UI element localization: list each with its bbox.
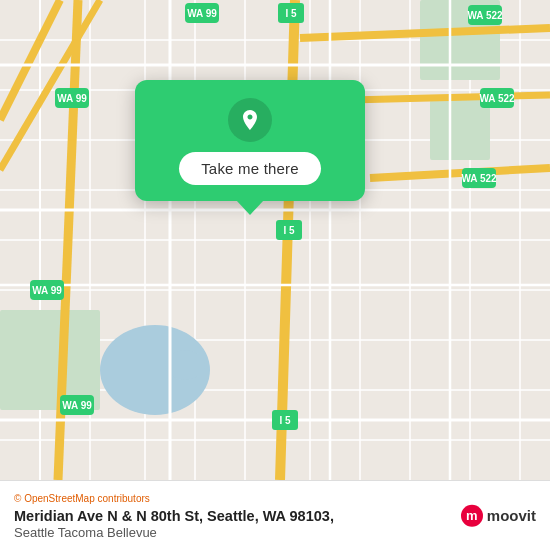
- moovit-label: moovit: [487, 507, 536, 524]
- map-container: WA 99 WA 99 WA 99 WA 99 WA 522 WA 522 WA…: [0, 0, 550, 480]
- svg-text:I 5: I 5: [283, 225, 295, 236]
- region-text: Seattle Tacoma Bellevue: [14, 525, 536, 540]
- svg-rect-22: [430, 100, 490, 160]
- svg-text:WA 522: WA 522: [461, 173, 497, 184]
- location-pin-icon: [228, 98, 272, 142]
- svg-text:WA 522: WA 522: [479, 93, 515, 104]
- map-svg: WA 99 WA 99 WA 99 WA 99 WA 522 WA 522 WA…: [0, 0, 550, 480]
- map-attribution: © OpenStreetMap contributors: [14, 493, 536, 504]
- svg-text:WA 99: WA 99: [32, 285, 62, 296]
- svg-text:I 5: I 5: [285, 8, 297, 19]
- popup-card: Take me there: [135, 80, 365, 201]
- svg-text:WA 99: WA 99: [57, 93, 87, 104]
- moovit-logo: m moovit: [461, 503, 536, 528]
- address-text: Meridian Ave N & N 80th St, Seattle, WA …: [14, 507, 536, 526]
- take-me-there-button[interactable]: Take me there: [179, 152, 321, 185]
- moovit-icon: m: [461, 505, 483, 527]
- bottom-bar: © OpenStreetMap contributors Meridian Av…: [0, 480, 550, 550]
- svg-text:WA 99: WA 99: [187, 8, 217, 19]
- svg-text:I 5: I 5: [279, 415, 291, 426]
- svg-text:WA 99: WA 99: [62, 400, 92, 411]
- svg-text:WA 522: WA 522: [467, 10, 503, 21]
